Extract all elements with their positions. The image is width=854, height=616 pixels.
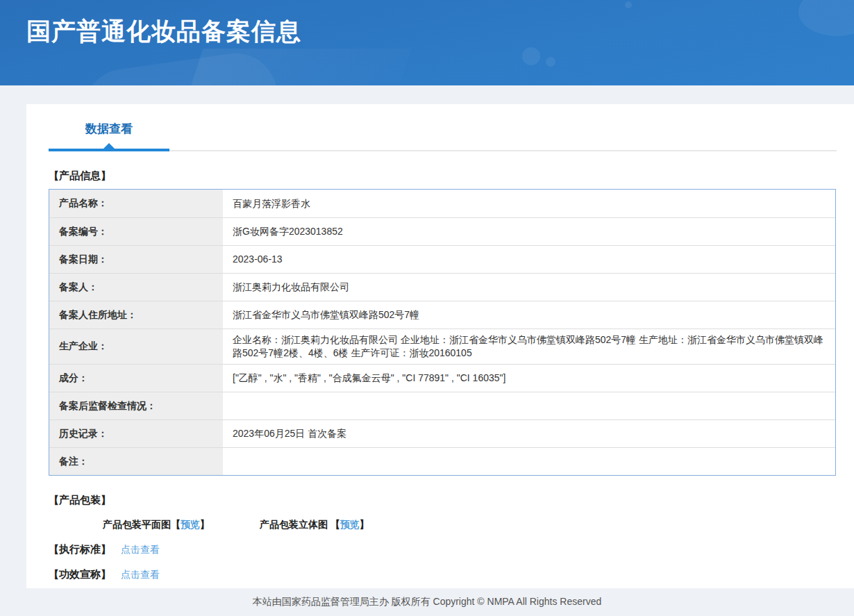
- efficacy-claim-row: 【功效宣称】 点击查看: [49, 568, 836, 581]
- product-info-table: 产品名称： 百蒙月落浮影香水 备案编号： 浙G妆网备字2023013852 备案…: [49, 189, 836, 476]
- row-value: [223, 448, 835, 475]
- copyright-text: 本站由国家药品监督管理局主办 版权所有 Copyright © NMPA All…: [253, 596, 601, 608]
- row-value: 企业名称：浙江奥莉力化妆品有限公司 企业地址：浙江省金华市义乌市佛堂镇双峰路50…: [223, 329, 835, 364]
- packaging-3d-preview-link[interactable]: 预览: [340, 519, 360, 530]
- row-label: 备案人：: [49, 274, 223, 301]
- banner-decoration-circle: [546, 57, 555, 67]
- packaging-links-row: 产品包装平面图【预览】 产品包装立体图 【预览】: [103, 519, 836, 531]
- bracket-open: 【: [330, 519, 340, 530]
- bracket-open: 【: [171, 519, 181, 530]
- table-row-remarks: 备注：: [49, 447, 835, 475]
- row-value: 百蒙月落浮影香水: [223, 190, 835, 217]
- table-row-history: 历史记录： 2023年06月25日 首次备案: [49, 419, 835, 447]
- banner-decoration-circle: [625, 1, 632, 8]
- content-card: 数据查看 【产品信息】 产品名称： 百蒙月落浮影香水 备案编号： 浙G妆网备字2…: [26, 104, 854, 588]
- row-label: 历史记录：: [49, 420, 223, 447]
- packaging-3d-label: 产品包装立体图: [260, 519, 330, 530]
- bracket-close: 】: [200, 519, 210, 530]
- row-value: 浙江奥莉力化妆品有限公司: [223, 274, 835, 301]
- page-header: 国产普通化妆品备案信息: [0, 0, 854, 85]
- row-label: 生产企业：: [49, 329, 223, 364]
- executive-standard-view-link[interactable]: 点击查看: [121, 544, 160, 556]
- packaging-flat-preview-link[interactable]: 预览: [181, 519, 200, 530]
- banner-decoration-circle: [522, 47, 540, 65]
- efficacy-claim-view-link[interactable]: 点击查看: [121, 569, 160, 581]
- row-label: 备案人住所地址：: [49, 301, 223, 328]
- executive-standard-title: 【执行标准】: [49, 543, 111, 556]
- product-info-section-title: 【产品信息】: [49, 169, 836, 183]
- row-label: 成分：: [49, 365, 223, 392]
- table-row-ingredients: 成分： ["乙醇" , "水" , "香精" , "合成氟金云母" , "CI …: [49, 364, 835, 392]
- table-row-filer-address: 备案人住所地址： 浙江省金华市义乌市佛堂镇双峰路502号7幢: [49, 301, 835, 328]
- page-title: 国产普通化妆品备案信息: [26, 15, 301, 48]
- row-label: 备注：: [49, 448, 223, 475]
- table-row-supervision: 备案后监督检查情况：: [49, 392, 835, 419]
- packaging-flat-item: 产品包装平面图【预览】: [103, 519, 210, 531]
- tab-active-arrow-icon: [103, 143, 115, 149]
- row-label: 备案后监督检查情况：: [49, 392, 223, 419]
- row-value: [223, 392, 835, 419]
- tab-data-view-label: 数据查看: [85, 122, 133, 135]
- executive-standard-row: 【执行标准】 点击查看: [49, 543, 836, 556]
- table-row-filing-number: 备案编号： 浙G妆网备字2023013852: [49, 217, 835, 245]
- page-footer: 本站由国家药品监督管理局主办 版权所有 Copyright © NMPA All…: [0, 588, 854, 616]
- row-label: 备案日期：: [49, 246, 223, 273]
- table-row-filer: 备案人： 浙江奥莉力化妆品有限公司: [49, 273, 835, 301]
- banner-decoration-circle: [798, 0, 854, 36]
- row-value: 2023年06月25日 首次备案: [223, 420, 835, 447]
- packaging-flat-label: 产品包装平面图: [103, 519, 171, 530]
- row-value: 2023-06-13: [223, 246, 835, 273]
- table-row-product-name: 产品名称： 百蒙月落浮影香水: [49, 190, 835, 217]
- tab-active-underline: [49, 149, 169, 151]
- row-value: 浙G妆网备字2023013852: [223, 218, 835, 245]
- packaging-section-title: 【产品包装】: [49, 494, 836, 507]
- table-row-filing-date: 备案日期： 2023-06-13: [49, 245, 835, 273]
- table-row-manufacturer: 生产企业： 企业名称：浙江奥莉力化妆品有限公司 企业地址：浙江省金华市义乌市佛堂…: [49, 328, 835, 364]
- bracket-close: 】: [360, 519, 369, 530]
- efficacy-claim-title: 【功效宣称】: [49, 568, 111, 581]
- row-value: ["乙醇" , "水" , "香精" , "合成氟金云母" , "CI 7789…: [223, 365, 835, 392]
- row-value: 浙江省金华市义乌市佛堂镇双峰路502号7幢: [223, 301, 835, 328]
- tab-data-view[interactable]: 数据查看: [49, 121, 169, 137]
- packaging-3d-item: 产品包装立体图 【预览】: [260, 519, 369, 531]
- row-label: 产品名称：: [49, 190, 223, 217]
- row-label: 备案编号：: [49, 218, 223, 245]
- tab-bar: 数据查看: [26, 104, 854, 151]
